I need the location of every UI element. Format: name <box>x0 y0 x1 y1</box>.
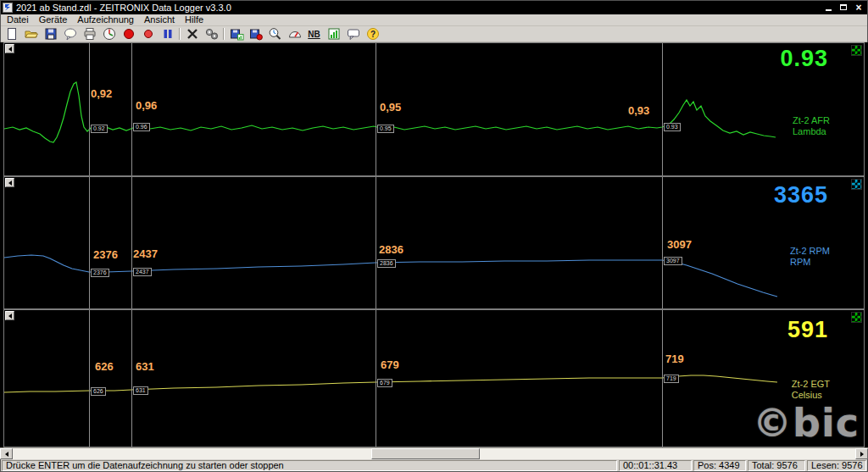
marker-value-label: 0,95 <box>380 101 401 114</box>
marker-value-label: 719 <box>665 353 684 365</box>
close-icon: × <box>855 3 861 13</box>
panel-grid-toggle-icon[interactable] <box>851 312 862 323</box>
gauge-dial-icon <box>102 27 117 41</box>
maximize-button[interactable] <box>837 2 850 13</box>
delete-button[interactable] <box>182 26 202 42</box>
current-value: 591 <box>787 317 828 343</box>
save-button[interactable] <box>41 26 60 42</box>
menu-geraete[interactable]: Geräte <box>34 14 73 25</box>
channel-label: Zt-2 EGT Celsius <box>792 379 830 401</box>
marker-cursor-box: 0.92 <box>91 125 108 133</box>
save-recording-button[interactable] <box>246 26 265 42</box>
menu-hilfe[interactable]: Hilfe <box>180 14 209 25</box>
cursor-gridline <box>89 43 90 175</box>
channel-name: Zt-2 EGT <box>792 379 830 390</box>
marker-value-label: 0,92 <box>91 87 112 100</box>
panel-scroll-left-button[interactable] <box>5 178 14 187</box>
cursor-gridline <box>131 177 132 308</box>
scrollbar-right-button[interactable] <box>855 448 868 459</box>
print-button[interactable] <box>80 26 99 42</box>
save-icon <box>43 27 58 41</box>
marker-value-label: 2376 <box>93 248 118 261</box>
svg-text:?: ? <box>370 30 375 39</box>
chart-plot-area[interactable] <box>4 43 864 175</box>
app-icon <box>3 3 13 13</box>
message-button[interactable] <box>343 26 363 42</box>
marker-value-label: 0,93 <box>628 104 649 117</box>
chart-icon <box>326 27 342 41</box>
scroll-right-icon <box>860 452 864 457</box>
panel-scroll-left-button[interactable] <box>5 311 14 320</box>
nb-mode-icon: NB <box>308 30 320 39</box>
status-bar: Drücke ENTER um die Datenaufzeichnung zu… <box>0 459 868 472</box>
gauge-display-button[interactable] <box>99 26 119 42</box>
chart-view-button[interactable] <box>324 26 343 42</box>
current-value: 3365 <box>774 182 828 208</box>
title-bar[interactable]: 2021 ab Stand.zdl - ZEITRONIX Data Logge… <box>0 0 868 14</box>
menu-aufzeichnung[interactable]: Aufzeichnung <box>72 14 139 25</box>
status-time: 00::01::31.43 <box>619 460 692 471</box>
help-button[interactable]: ? <box>363 26 382 42</box>
panel-grid-toggle-icon[interactable] <box>851 45 862 56</box>
pause-button[interactable] <box>158 26 177 42</box>
marker-value-label: 631 <box>136 360 154 373</box>
delete-x-icon <box>185 27 200 41</box>
marker-value-label: 2836 <box>379 243 403 256</box>
cursor-gridline <box>376 43 376 175</box>
scroll-left-icon <box>8 47 12 52</box>
toolbar-separator <box>179 28 181 40</box>
record-icon <box>121 27 136 41</box>
cursor-gridline <box>376 310 376 447</box>
gears-icon <box>204 27 220 41</box>
close-button[interactable]: × <box>852 2 865 13</box>
chart-plot-area[interactable] <box>4 177 864 308</box>
save-data-button[interactable] <box>226 26 246 42</box>
cursor-gridline <box>131 310 132 447</box>
playback-history-button[interactable] <box>265 26 285 42</box>
channel-label: Zt-2 RPM RPM <box>790 246 830 268</box>
speedometer-icon <box>287 27 303 41</box>
status-total: Total: 9576 <box>748 460 805 471</box>
channel-unit: Lambda <box>793 126 830 137</box>
minimize-button[interactable] <box>821 2 835 13</box>
comment-button[interactable] <box>60 26 80 42</box>
zoom-clock-icon <box>268 27 283 41</box>
window-title: 2021 ab Stand.zdl - ZEITRONIX Data Logge… <box>16 3 820 13</box>
scrollbar-left-button[interactable] <box>0 448 13 459</box>
status-message: Drücke ENTER um die Datenaufzeichnung zu… <box>2 460 617 471</box>
marker-value-label: 2437 <box>133 247 158 260</box>
panel-grid-toggle-icon[interactable] <box>851 179 862 190</box>
app-window: 2021 ab Stand.zdl - ZEITRONIX Data Logge… <box>0 0 868 472</box>
settings-button[interactable] <box>202 26 221 42</box>
status-position: Pos: 4349 <box>693 460 746 471</box>
scrollbar-thumb[interactable] <box>371 448 480 459</box>
egt-chart-panel[interactable]: 591 Zt-2 EGT Celsius 6266266316316796797… <box>3 309 865 447</box>
speedometer-button[interactable] <box>285 26 304 42</box>
pause-icon <box>160 27 175 41</box>
minimize-icon <box>826 9 832 11</box>
nb-mode-button[interactable]: NB <box>304 26 324 42</box>
horizontal-scrollbar[interactable] <box>0 447 868 459</box>
menu-ansicht[interactable]: Ansicht <box>139 14 180 25</box>
open-folder-icon <box>24 27 39 41</box>
record-marker-button[interactable] <box>138 26 158 42</box>
current-value: 0.93 <box>780 46 828 72</box>
panel-scroll-left-button[interactable] <box>5 44 14 53</box>
afr-chart-panel[interactable]: 0.93 Zt-2 AFR Lambda 0,920.920,960.960,9… <box>3 42 865 176</box>
rpm-chart-panel[interactable]: 3365 Zt-2 RPM RPM 2376237624372437283628… <box>3 176 865 309</box>
scroll-left-icon <box>5 452 8 457</box>
scroll-left-icon <box>8 180 12 186</box>
watermark: ©bic <box>753 400 860 446</box>
message-bubble-icon <box>346 27 361 41</box>
marker-value-label: 0,96 <box>136 99 157 112</box>
record-button[interactable] <box>119 26 138 42</box>
menu-datei[interactable]: Datei <box>2 14 34 25</box>
marker-cursor-box: 0.93 <box>664 123 681 131</box>
marker-cursor-box: 2836 <box>377 259 396 268</box>
open-file-button[interactable] <box>21 26 41 42</box>
new-file-button[interactable] <box>2 26 21 42</box>
cursor-gridline <box>662 310 663 447</box>
menu-bar: Datei Geräte Aufzeichnung Ansicht Hilfe <box>0 14 868 26</box>
chart-plot-area[interactable] <box>4 310 864 447</box>
cursor-gridline <box>89 310 90 447</box>
